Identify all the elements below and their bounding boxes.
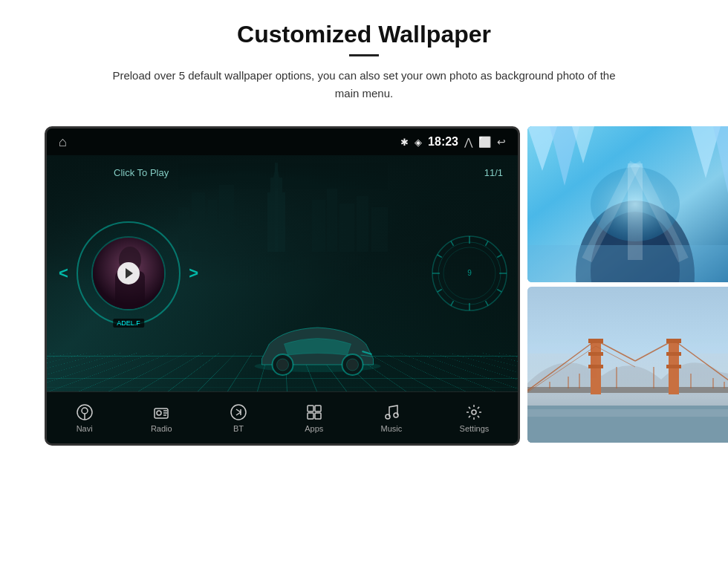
svg-rect-12 — [371, 207, 388, 252]
svg-rect-48 — [315, 413, 321, 419]
apps-icon — [305, 403, 323, 421]
svg-line-28 — [497, 290, 501, 293]
page-title: Customized Wallpaper — [104, 21, 624, 48]
svg-rect-3 — [219, 185, 234, 252]
status-left: ⌂ — [59, 134, 67, 150]
svg-marker-5 — [273, 163, 279, 178]
svg-point-44 — [231, 405, 246, 420]
svg-rect-6 — [270, 178, 282, 192]
svg-line-26 — [497, 255, 501, 258]
svg-rect-7 — [267, 192, 285, 252]
car-screen: ⌂ ✱ ◈ 18:23 ⋀ ⬜ ↩ — [45, 126, 520, 446]
svg-rect-73 — [588, 365, 603, 368]
svg-rect-47 — [308, 413, 313, 419]
svg-rect-69 — [527, 387, 728, 393]
svg-line-29 — [486, 301, 489, 305]
apps-label: Apps — [305, 424, 323, 433]
car-svg — [247, 314, 389, 377]
click-to-play-label: Click To Play — [114, 167, 169, 178]
svg-rect-11 — [357, 196, 368, 252]
radio-icon — [152, 403, 170, 421]
gauge-svg: 9 — [429, 232, 510, 314]
ice-cave-svg — [527, 126, 728, 282]
svg-line-25 — [486, 241, 489, 246]
right-gauge: 9 — [429, 232, 510, 314]
next-track-button[interactable]: > — [189, 264, 198, 283]
svg-line-34 — [438, 255, 442, 258]
nav-item-bt[interactable]: BT — [222, 399, 255, 437]
music-circle: ADEL.F — [77, 221, 181, 325]
status-time: 18:23 — [428, 135, 458, 149]
title-section: Customized Wallpaper Preload over 5 defa… — [104, 21, 624, 119]
settings-icon — [465, 403, 483, 421]
svg-rect-68 — [527, 409, 728, 417]
bt-icon — [230, 403, 247, 421]
svg-line-31 — [451, 301, 454, 305]
bottom-nav: Navi Radio — [47, 391, 518, 443]
signal-icon: ◈ — [415, 137, 422, 148]
music-icon — [383, 403, 400, 421]
content-area: ⌂ ✱ ◈ 18:23 ⋀ ⬜ ↩ — [45, 126, 683, 446]
svg-line-35 — [451, 241, 454, 246]
svg-text:9: 9 — [467, 269, 472, 277]
music-label: Music — [381, 424, 403, 433]
wallpaper-thumb-ice[interactable] — [527, 126, 728, 282]
back-icon: ↩ — [497, 136, 506, 148]
main-display: Click To Play 11/1 < — [47, 155, 518, 391]
svg-rect-8 — [312, 200, 325, 252]
music-player[interactable]: < — [77, 221, 181, 325]
play-button[interactable] — [117, 262, 140, 284]
play-triangle-icon — [126, 268, 133, 279]
car-image-container — [247, 314, 389, 380]
navi-icon — [76, 403, 94, 421]
nav-item-settings[interactable]: Settings — [452, 399, 497, 437]
svg-rect-77 — [666, 365, 681, 368]
date-display: 11/1 — [484, 167, 503, 178]
svg-rect-76 — [666, 352, 681, 356]
svg-rect-10 — [339, 204, 354, 252]
svg-point-40 — [157, 411, 161, 415]
artist-label: ADEL.F — [113, 319, 144, 328]
svg-rect-45 — [308, 406, 313, 411]
radio-label: Radio — [151, 424, 172, 433]
status-right: ✱ ◈ 18:23 ⋀ ⬜ ↩ — [400, 135, 506, 149]
page-wrapper: Customized Wallpaper Preload over 5 defa… — [0, 0, 728, 563]
bluetooth-icon: ✱ — [400, 137, 409, 148]
settings-label: Settings — [460, 424, 490, 433]
wallpaper-thumb-bridge[interactable] — [527, 287, 728, 443]
svg-rect-72 — [588, 352, 603, 356]
title-divider — [349, 54, 379, 56]
bridge-svg — [527, 287, 728, 443]
svg-line-32 — [438, 290, 442, 293]
svg-point-51 — [472, 410, 476, 414]
svg-point-18 — [277, 359, 289, 371]
status-bar: ⌂ ✱ ◈ 18:23 ⋀ ⬜ ↩ — [47, 128, 518, 155]
nav-item-music[interactable]: Music — [374, 399, 410, 437]
navi-label: Navi — [77, 424, 93, 433]
album-art-container — [91, 236, 166, 310]
nav-item-radio[interactable]: Radio — [143, 399, 180, 437]
svg-rect-46 — [315, 406, 321, 411]
wallpaper-thumbnails — [527, 126, 728, 446]
bt-label: BT — [233, 424, 244, 433]
svg-rect-9 — [327, 189, 337, 252]
svg-rect-2 — [208, 200, 217, 252]
home-icon: ⌂ — [59, 134, 67, 149]
nav-item-apps[interactable]: Apps — [297, 399, 331, 437]
page-description: Preload over 5 default wallpaper options… — [104, 67, 624, 102]
expand-icon: ⋀ — [464, 136, 472, 148]
prev-track-button[interactable]: < — [59, 264, 68, 283]
nav-item-navi[interactable]: Navi — [68, 399, 101, 437]
svg-rect-1 — [192, 192, 205, 252]
window-icon: ⬜ — [478, 136, 491, 148]
svg-point-38 — [82, 408, 88, 414]
svg-point-20 — [347, 359, 359, 371]
city-skyline-svg — [163, 163, 401, 252]
